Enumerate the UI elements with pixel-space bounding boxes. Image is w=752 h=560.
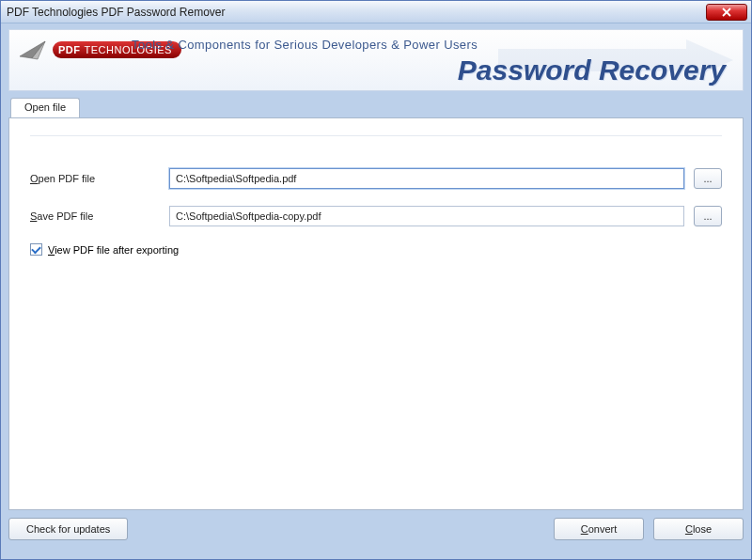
save-file-row: Save PDF file ... (30, 206, 722, 226)
open-file-row: Open PDF file ... (30, 168, 722, 189)
close-icon (722, 8, 731, 17)
close-button[interactable]: Close (653, 518, 744, 540)
client-area: PDF TECHNOLOGIES Tools & Components for … (1, 23, 751, 559)
open-file-browse-button[interactable]: ... (694, 168, 722, 189)
window-title: PDF Technologies PDF Password Remover (7, 6, 226, 19)
open-file-label: Open PDF file (30, 173, 169, 184)
product-title: Password Recovery (458, 54, 726, 86)
footer-bar: Check for updates Convert Close (8, 518, 744, 540)
brand-text-left: PDF (58, 44, 81, 55)
save-file-browse-button[interactable]: ... (694, 206, 722, 226)
divider (30, 135, 722, 136)
footer-right-group: Convert Close (554, 518, 744, 540)
tab-strip: Open file (8, 97, 744, 117)
header-banner: PDF TECHNOLOGIES Tools & Components for … (8, 29, 744, 91)
check-updates-button[interactable]: Check for updates (8, 518, 128, 540)
view-after-export-label[interactable]: View PDF file after exporting (48, 244, 179, 256)
tab-label: Open file (24, 101, 66, 113)
ellipsis-icon: ... (703, 210, 712, 222)
save-file-input[interactable] (169, 206, 684, 226)
app-window: PDF Technologies PDF Password Remover PD… (0, 0, 752, 560)
titlebar: PDF Technologies PDF Password Remover (1, 1, 751, 23)
view-after-export-row: View PDF file after exporting (30, 243, 722, 256)
convert-button[interactable]: Convert (554, 518, 644, 540)
ellipsis-icon: ... (703, 173, 712, 184)
open-file-input[interactable] (169, 168, 684, 189)
window-close-button[interactable] (706, 4, 747, 21)
tab-open-file[interactable]: Open file (10, 98, 80, 117)
paper-plane-icon (19, 39, 47, 60)
view-after-export-checkbox[interactable] (30, 243, 42, 256)
tab-panel-open-file: Open PDF file ... Save PDF file ... (8, 117, 744, 510)
tagline: Tools & Components for Serious Developer… (132, 38, 478, 52)
save-file-label: Save PDF file (30, 210, 169, 222)
